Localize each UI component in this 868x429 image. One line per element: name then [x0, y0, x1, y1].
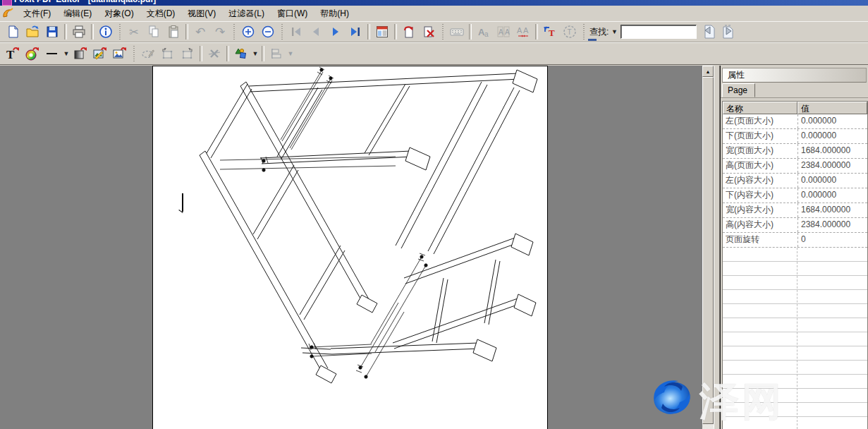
toolbar-grip[interactable]: [118, 24, 121, 40]
insert-text-button[interactable]: T: [540, 22, 560, 42]
align-button[interactable]: [267, 44, 286, 64]
add-image-button[interactable]: [110, 44, 130, 64]
transform-forward-button[interactable]: [178, 44, 197, 64]
add-shape-button[interactable]: [71, 44, 90, 64]
document-info-button[interactable]: [96, 22, 116, 42]
find-group: 查找: ▼: [588, 22, 738, 42]
toolbar-grip[interactable]: [233, 24, 236, 40]
column-header-value[interactable]: 值: [797, 102, 867, 114]
property-row[interactable]: 下(内容大小)0.000000: [723, 188, 867, 203]
transform-back-button[interactable]: [158, 44, 178, 64]
property-row[interactable]: 左(页面大小)0.000000: [723, 114, 867, 129]
properties-panel: 属性 Page 名称 值 左(页面大小)0.000000 下(页面大小)0.00…: [720, 66, 868, 429]
menu-help[interactable]: 帮助(H): [314, 6, 355, 21]
find-next-button[interactable]: [719, 22, 738, 42]
document-page[interactable]: [152, 66, 548, 429]
app-window: Foxit PDF Editor - [dianlanqiao.pdf] 文件(…: [0, 0, 868, 429]
property-row[interactable]: 左(内容大小)0.000000: [723, 174, 867, 188]
lasso-edit-button[interactable]: [138, 44, 158, 64]
page-layout-button[interactable]: [372, 22, 392, 42]
toolbar-separator: [262, 46, 264, 61]
paste-button[interactable]: [164, 22, 183, 42]
edit-image-button[interactable]: [90, 44, 110, 64]
zoom-out-button[interactable]: [258, 22, 278, 42]
menu-object[interactable]: 对象(O): [98, 6, 140, 21]
toolbar-separator: [394, 24, 397, 40]
menu-filter[interactable]: 过滤器(L): [222, 6, 271, 21]
vertical-scrollbar[interactable]: ▲: [702, 66, 714, 429]
menu-bar: 文件(F) 编辑(E) 对象(O) 文档(D) 视图(V) 过滤器(L) 窗口(…: [0, 6, 868, 22]
document-swoosh-icon: [1, 7, 14, 20]
next-page-button[interactable]: [326, 22, 346, 42]
menu-view[interactable]: 视图(V): [181, 6, 222, 21]
toolbar-grip[interactable]: [281, 24, 283, 40]
font-replace-button[interactable]: Aa: [474, 22, 494, 42]
toolbar-separator: [226, 46, 229, 61]
svg-text:A: A: [517, 26, 522, 35]
new-button[interactable]: [3, 22, 23, 42]
print-button[interactable]: [69, 22, 89, 42]
first-page-button[interactable]: [286, 22, 306, 42]
panel-title: 属性: [722, 68, 867, 83]
grid-header: 名称 值: [723, 102, 867, 114]
find-label: 查找:: [589, 26, 609, 38]
menu-document[interactable]: 文档(D): [140, 6, 182, 21]
property-row[interactable]: 高(内容大小)2384.000000: [723, 218, 867, 233]
scroll-up-button[interactable]: ▲: [702, 66, 714, 77]
menu-file[interactable]: 文件(F): [17, 6, 57, 21]
property-row[interactable]: 页面旋转0: [723, 233, 867, 248]
line-style-dropdown[interactable]: ▼: [62, 46, 71, 61]
property-row[interactable]: 下(页面大小)0.000000: [723, 129, 867, 144]
text-cursor: [182, 193, 183, 212]
toolbar-separator: [185, 24, 188, 40]
last-page-button[interactable]: [346, 22, 365, 42]
cut-button[interactable]: ✂: [124, 22, 144, 42]
window-title: Foxit PDF Editor - [dianlanqiao.pdf]: [14, 0, 156, 4]
tab-page[interactable]: Page: [722, 83, 755, 97]
menu-edit[interactable]: 编辑(E): [57, 6, 98, 21]
toolbar-grip[interactable]: [441, 24, 444, 40]
delete-page-button[interactable]: [419, 22, 439, 42]
text-attributes-button[interactable]: T: [560, 22, 580, 42]
save-button[interactable]: [42, 22, 62, 42]
workspace: ▲ 属性 Page 名称 值 左(页面大小)0.000000 下(页面大小)0.…: [0, 66, 868, 429]
shapes-button[interactable]: [231, 44, 251, 64]
align-dropdown[interactable]: ▼: [286, 46, 295, 61]
line-style-button[interactable]: [42, 44, 62, 64]
toolbar-grip[interactable]: [582, 24, 585, 40]
zoom-in-button[interactable]: [238, 22, 258, 42]
svg-text:A: A: [499, 28, 503, 36]
toolbar-separator: [91, 24, 94, 40]
property-row[interactable]: 高(页面大小)2384.000000: [723, 159, 867, 174]
svg-text:A: A: [505, 28, 510, 36]
svg-text:T: T: [549, 28, 555, 38]
scrollbar-thumb[interactable]: [702, 77, 714, 424]
property-row[interactable]: 宽(页面大小)1684.000000: [723, 144, 867, 159]
find-previous-button[interactable]: [699, 22, 719, 42]
previous-page-button[interactable]: [306, 22, 326, 42]
open-button[interactable]: [23, 22, 42, 42]
swirl-logo-icon: [646, 371, 698, 423]
toolbar-separator: [535, 24, 538, 40]
menu-window[interactable]: 窗口(W): [271, 6, 314, 21]
panel-tab-row: Page: [721, 83, 868, 98]
kerning-pair-button[interactable]: AA: [494, 22, 513, 42]
column-header-name[interactable]: 名称: [723, 102, 797, 114]
toolbar-grip[interactable]: [133, 46, 135, 61]
copy-button[interactable]: [144, 22, 164, 42]
kerning-adjust-button[interactable]: AA: [513, 22, 533, 42]
add-text-button[interactable]: T: [3, 44, 23, 64]
delete-object-button[interactable]: [204, 44, 224, 64]
toolbar-separator: [64, 24, 67, 40]
rotate-page-button[interactable]: [399, 22, 419, 42]
redo-button[interactable]: ↷: [210, 22, 230, 42]
find-input[interactable]: [621, 25, 697, 39]
panel-splitter[interactable]: [714, 66, 720, 429]
svg-text:a: a: [484, 30, 489, 38]
shapes-dropdown[interactable]: ▼: [251, 46, 259, 61]
find-options-dropdown[interactable]: ▼: [610, 24, 618, 40]
property-row[interactable]: 宽(内容大小)1684.000000: [723, 203, 867, 218]
undo-button[interactable]: ↶: [190, 22, 210, 42]
add-color-button[interactable]: [23, 44, 42, 64]
keyboard-button[interactable]: [447, 22, 467, 42]
